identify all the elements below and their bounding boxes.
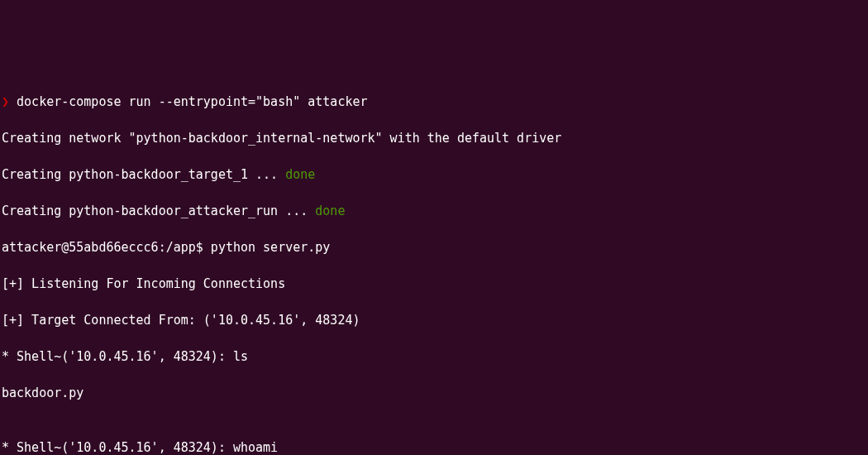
terminal-line: * Shell~('10.0.45.16', 48324): ls: [2, 347, 866, 366]
status-done: done: [315, 204, 345, 218]
terminal-line: attacker@55abd66eccc6:/app$ python serve…: [2, 238, 866, 256]
terminal-line: * Shell~('10.0.45.16', 48324): whoami: [2, 438, 866, 455]
output-text: Creating python-backdoor_attacker_run ..…: [2, 204, 315, 218]
prompt-arrow-icon: ❯: [2, 94, 9, 109]
command-text: docker-compose run --entrypoint="bash" a…: [9, 94, 367, 109]
terminal-line: [+] Listening For Incoming Connections: [2, 275, 866, 293]
terminal-line: ❯ docker-compose run --entrypoint="bash"…: [2, 93, 866, 111]
terminal-line: Creating python-backdoor_target_1 ... do…: [2, 165, 866, 184]
terminal-window[interactable]: ❯ docker-compose run --entrypoint="bash"…: [2, 74, 866, 455]
output-text: Creating python-backdoor_target_1 ...: [2, 167, 285, 182]
terminal-line: [+] Target Connected From: ('10.0.45.16'…: [2, 311, 866, 329]
terminal-line: backdoor.py: [2, 384, 866, 402]
status-done: done: [285, 167, 315, 182]
terminal-line: Creating python-backdoor_attacker_run ..…: [2, 202, 866, 220]
terminal-line: Creating network "python-backdoor_intern…: [2, 129, 866, 147]
